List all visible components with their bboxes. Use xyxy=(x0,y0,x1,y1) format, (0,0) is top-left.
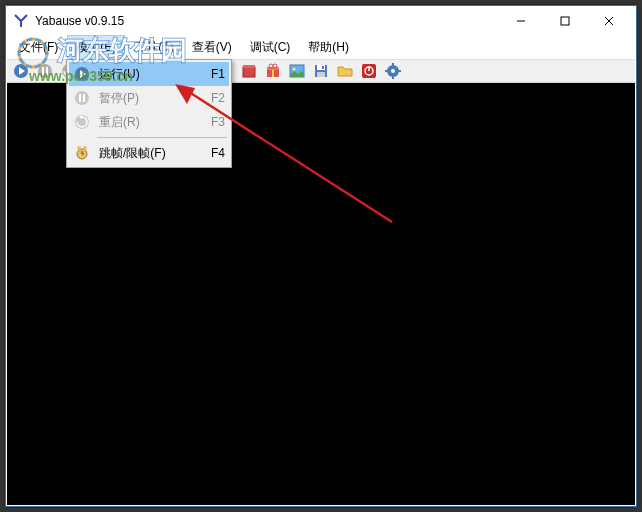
svg-rect-48 xyxy=(83,94,85,102)
menu-help[interactable]: 帮助(H) xyxy=(300,36,357,59)
svg-rect-1 xyxy=(561,17,569,25)
picture-icon xyxy=(289,63,305,79)
tb-pause-button[interactable] xyxy=(34,60,56,82)
maximize-button[interactable] xyxy=(543,7,587,35)
tb-settings-button[interactable] xyxy=(382,60,404,82)
svg-point-51 xyxy=(77,146,81,150)
menu-debug[interactable]: 调试(C) xyxy=(242,36,299,59)
dropdown-pause-shortcut: F2 xyxy=(211,91,225,105)
dropdown-pause-label: 暂停(P) xyxy=(99,90,203,107)
dropdown-run[interactable]: 运行(U) F1 xyxy=(69,62,229,86)
save-icon xyxy=(313,63,329,79)
play-icon xyxy=(73,65,91,83)
window-title: Yabause v0.9.15 xyxy=(35,14,499,28)
svg-rect-34 xyxy=(322,66,324,69)
reset-icon xyxy=(73,113,91,131)
tb-save-button[interactable] xyxy=(310,60,332,82)
menu-tools[interactable]: 工具(T) xyxy=(126,36,181,59)
svg-point-52 xyxy=(83,146,87,150)
svg-rect-35 xyxy=(317,72,325,77)
tb-power-button[interactable] xyxy=(358,60,380,82)
dropdown-frame[interactable]: 跳帧/限帧(F) F4 xyxy=(69,141,229,165)
dropdown-frame-shortcut: F4 xyxy=(211,146,225,160)
tb-play-button[interactable] xyxy=(10,60,32,82)
dropdown-run-label: 运行(U) xyxy=(99,66,203,83)
minimize-icon xyxy=(516,16,526,26)
pause-icon xyxy=(73,89,91,107)
play-icon xyxy=(13,63,29,79)
svg-rect-7 xyxy=(46,67,48,75)
svg-point-31 xyxy=(293,68,296,71)
dropdown-reset-label: 重启(R) xyxy=(99,114,203,131)
svg-point-46 xyxy=(75,91,89,105)
folder-icon xyxy=(337,63,353,79)
pause-icon xyxy=(37,63,53,79)
gift-icon xyxy=(265,63,281,79)
app-window: Yabause v0.9.15 文件(F) 模拟(E) 工具(T) 查看(V) … xyxy=(7,7,635,505)
svg-rect-6 xyxy=(42,67,44,75)
svg-point-40 xyxy=(391,69,395,73)
close-button[interactable] xyxy=(587,7,631,35)
dropdown-run-shortcut: F1 xyxy=(211,67,225,81)
tb-image-button[interactable] xyxy=(286,60,308,82)
minimize-button[interactable] xyxy=(499,7,543,35)
svg-point-5 xyxy=(38,64,52,78)
svg-rect-24 xyxy=(243,65,255,68)
dropdown-reset[interactable]: 重启(R) F3 xyxy=(69,110,229,134)
emulation-dropdown: 运行(U) F1 暂停(P) F2 重启(R) F3 跳帧/限帧(F) F4 xyxy=(66,59,232,168)
svg-rect-23 xyxy=(243,67,255,77)
tb-folder-button[interactable] xyxy=(334,60,356,82)
tb-gift-button[interactable] xyxy=(262,60,284,82)
dropdown-frame-label: 跳帧/限帧(F) xyxy=(99,145,203,162)
svg-rect-26 xyxy=(272,69,274,77)
dropdown-pause[interactable]: 暂停(P) F2 xyxy=(69,86,229,110)
window-controls xyxy=(499,7,631,35)
tb-box-button[interactable] xyxy=(238,60,260,82)
power-icon xyxy=(361,63,377,79)
menubar: 文件(F) 模拟(E) 工具(T) 查看(V) 调试(C) 帮助(H) xyxy=(7,35,635,59)
maximize-icon xyxy=(560,16,570,26)
clock-icon xyxy=(73,144,91,162)
outer-border: Yabause v0.9.15 文件(F) 模拟(E) 工具(T) 查看(V) … xyxy=(5,5,637,507)
menu-view[interactable]: 查看(V) xyxy=(184,36,240,59)
menu-file[interactable]: 文件(F) xyxy=(11,36,66,59)
close-icon xyxy=(604,16,614,26)
dropdown-reset-shortcut: F3 xyxy=(211,115,225,129)
gear-icon xyxy=(385,63,401,79)
svg-rect-47 xyxy=(79,94,81,102)
menu-emulation[interactable]: 模拟(E) xyxy=(68,36,124,59)
box-icon xyxy=(241,63,257,79)
titlebar[interactable]: Yabause v0.9.15 xyxy=(7,7,635,35)
app-icon xyxy=(13,13,29,29)
dropdown-separator xyxy=(97,137,227,138)
